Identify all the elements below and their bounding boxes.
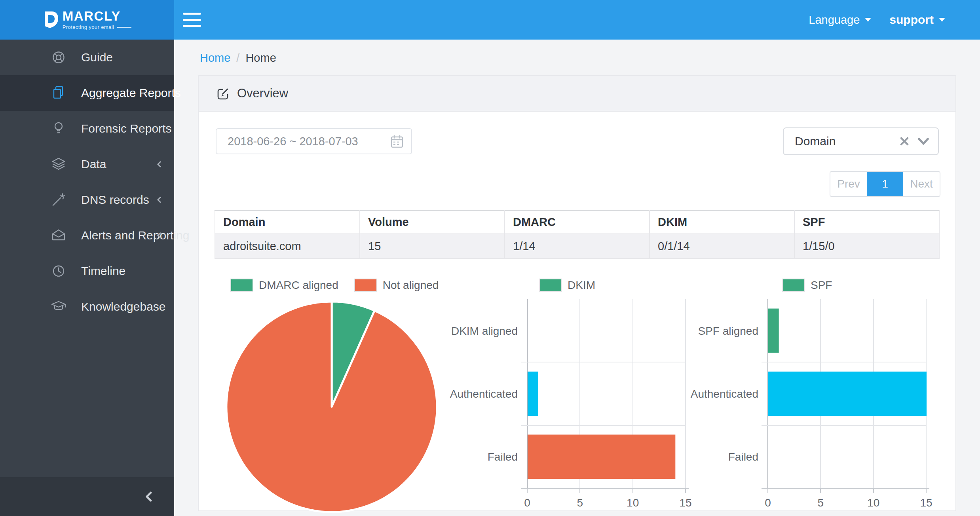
column-header-spf: SPF <box>794 210 939 234</box>
next-page-button[interactable]: Next <box>903 172 940 196</box>
sidebar-item-label: DNS records <box>81 193 149 207</box>
spf-legend: SPF <box>783 279 832 292</box>
svg-text:0: 0 <box>765 497 771 509</box>
svg-text:0: 0 <box>524 497 530 509</box>
chevron-left-icon <box>155 159 164 169</box>
svg-text:10: 10 <box>627 497 639 509</box>
sidebar-item-label: Forensic Reports <box>81 122 171 135</box>
brand-tagline: Protecting your email <box>63 24 132 30</box>
shield-d-icon <box>43 10 59 29</box>
layers-icon <box>50 156 67 173</box>
life-ring-icon <box>50 49 67 66</box>
chevron-left-icon <box>143 490 155 505</box>
legend-swatch <box>231 279 253 291</box>
legend-item-dmarc-aligned[interactable]: DMARC aligned <box>231 279 338 292</box>
breadcrumb: Home / Home <box>200 51 276 64</box>
sidebar-item-knowledgebase[interactable]: Knowledgebase <box>0 289 174 324</box>
legend-item-dkim[interactable]: DKIM <box>540 279 595 292</box>
hamburger-icon <box>183 13 201 15</box>
user-label: support <box>889 13 934 27</box>
chevron-down-icon[interactable] <box>917 136 930 147</box>
legend-swatch <box>355 279 376 291</box>
legend-label: Not aligned <box>383 279 439 292</box>
brand-tagline-text: Protecting your email <box>63 24 114 30</box>
svg-text:Authenticated: Authenticated <box>691 388 758 400</box>
menu-toggle-button[interactable] <box>183 12 203 28</box>
date-range-input[interactable]: 2018-06-26 ~ 2018-07-03 <box>216 128 412 154</box>
spf-bar-chart: 051015SPF alignedAuthenticatedFailed <box>672 296 941 516</box>
mail-open-icon <box>50 227 67 244</box>
x-icon[interactable] <box>898 135 910 147</box>
svg-text:5: 5 <box>818 497 824 509</box>
legend-label: SPF <box>811 279 832 292</box>
sidebar-item-aggregate-reports[interactable]: Aggregate Reports <box>0 75 174 111</box>
breadcrumb-home-link[interactable]: Home <box>200 51 230 64</box>
svg-text:Failed: Failed <box>488 451 518 463</box>
sidebar-collapse-button[interactable] <box>0 477 174 516</box>
column-header-domain: Domain <box>215 210 360 234</box>
select-icons <box>898 135 930 147</box>
cell-volume: 15 <box>360 234 505 258</box>
cell-dmarc: 1/14 <box>505 234 650 258</box>
sidebar-item-alerts-and-reporting[interactable]: Alerts and Reporting <box>0 218 174 253</box>
domain-filter-select[interactable]: Domain <box>783 127 939 155</box>
svg-text:SPF aligned: SPF aligned <box>698 325 758 337</box>
caret-down-icon <box>865 18 871 22</box>
cell-dkim: 0/1/14 <box>650 234 794 258</box>
breadcrumb-current: Home <box>245 51 276 64</box>
legend-label: DKIM <box>568 279 595 292</box>
calendar-icon <box>390 134 404 149</box>
date-range-value: 2018-06-26 ~ 2018-07-03 <box>228 135 358 148</box>
sidebar-item-data[interactable]: Data <box>0 146 174 182</box>
sidebar: Guide Aggregate Reports Forensic Reports <box>0 40 174 516</box>
cell-spf: 1/15/0 <box>794 234 939 258</box>
dmarc-pie-chart <box>220 294 443 516</box>
language-label: Language <box>809 13 860 27</box>
breadcrumb-separator: / <box>236 51 239 64</box>
svg-text:DKIM aligned: DKIM aligned <box>451 325 518 337</box>
svg-text:Authenticated: Authenticated <box>450 388 518 400</box>
dkim-bar-chart: 051015DKIM alignedAuthenticatedFailed <box>431 296 701 516</box>
sidebar-item-guide[interactable]: Guide <box>0 40 174 75</box>
magic-wand-icon <box>50 191 67 209</box>
current-page-button[interactable]: 1 <box>867 172 903 196</box>
table-row[interactable]: adroitsuite.com 15 1/14 0/1/14 1/15/0 <box>215 234 939 258</box>
caret-down-icon <box>939 18 945 22</box>
pagination: Prev 1 Next <box>830 171 940 197</box>
sidebar-item-label: Timeline <box>81 264 125 278</box>
chevron-left-icon <box>155 230 164 241</box>
domain-filter-value: Domain <box>795 135 836 148</box>
overview-panel-header: Overview <box>199 76 955 112</box>
sidebar-item-label: Aggregate Reports <box>81 86 181 100</box>
brand-logo[interactable]: MARCLY Protecting your email <box>0 0 174 40</box>
prev-page-button[interactable]: Prev <box>830 172 867 196</box>
topbar: MARCLY Protecting your email Language su… <box>0 0 980 40</box>
graduation-cap-icon <box>50 298 67 315</box>
documents-icon <box>50 84 67 102</box>
sidebar-item-dns-records[interactable]: DNS records <box>0 182 174 218</box>
pie-legend: DMARC aligned Not aligned <box>231 279 439 292</box>
legend-swatch <box>783 279 804 291</box>
lightbulb-icon <box>50 120 67 137</box>
logo-text: MARCLY Protecting your email <box>63 9 132 30</box>
svg-text:Failed: Failed <box>728 451 758 463</box>
sidebar-item-forensic-reports[interactable]: Forensic Reports <box>0 111 174 146</box>
column-header-dkim: DKIM <box>650 210 794 234</box>
language-menu[interactable]: Language <box>809 13 871 27</box>
legend-label: DMARC aligned <box>259 279 338 292</box>
dmarcly-dashboard: MARCLY Protecting your email Language su… <box>0 0 980 516</box>
svg-text:15: 15 <box>920 497 932 509</box>
sidebar-item-timeline[interactable]: Timeline <box>0 253 174 289</box>
brand-name: MARCLY <box>63 9 132 23</box>
legend-swatch <box>540 279 561 291</box>
panel-title: Overview <box>237 86 288 101</box>
topbar-right: Language support <box>809 0 945 40</box>
sidebar-item-label: Data <box>81 157 106 171</box>
dkim-legend: DKIM <box>540 279 595 292</box>
user-menu[interactable]: support <box>889 13 945 27</box>
table-header-row: Domain Volume DMARC DKIM SPF <box>215 210 939 234</box>
legend-item-not-aligned[interactable]: Not aligned <box>355 279 439 292</box>
legend-item-spf[interactable]: SPF <box>783 279 832 292</box>
svg-text:10: 10 <box>867 497 879 509</box>
svg-text:5: 5 <box>577 497 583 509</box>
